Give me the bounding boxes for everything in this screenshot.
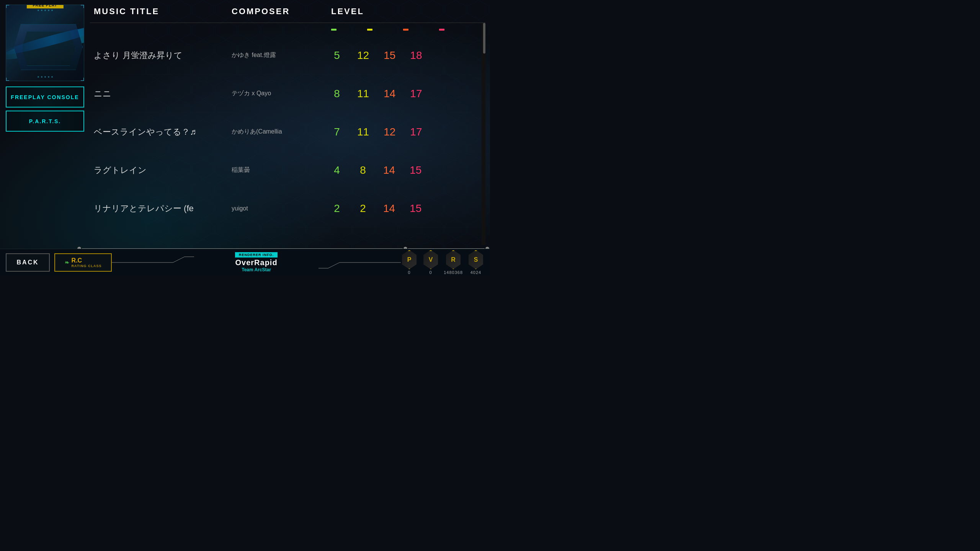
rating-leaf-icon: ❧ bbox=[65, 259, 69, 266]
level-expert: 18 bbox=[410, 49, 422, 62]
corner-bracket-tr bbox=[81, 5, 84, 8]
scrollbar-thumb[interactable] bbox=[483, 23, 485, 54]
free-play-badge: FREE PLAY bbox=[26, 5, 63, 8]
music-composer: かゆき feat.燈露 bbox=[232, 51, 331, 59]
badge-icon-s: S bbox=[467, 250, 484, 269]
level-easy: 4 bbox=[331, 164, 343, 176]
album-shape-2 bbox=[22, 31, 75, 66]
music-levels: 481415 bbox=[331, 164, 421, 176]
level-hard: 15 bbox=[384, 49, 395, 62]
level-easy: 2 bbox=[331, 202, 343, 215]
score-badges: P0V0R1480368S4024 bbox=[401, 250, 484, 275]
dot-row-bottom bbox=[38, 76, 53, 78]
dot-5 bbox=[51, 10, 53, 11]
left-line-decoration bbox=[112, 255, 196, 270]
album-art-container: FREE PLAY bbox=[6, 5, 84, 81]
music-composer: かめりあ(Camellia bbox=[232, 128, 331, 136]
level-color-normal bbox=[367, 29, 372, 31]
music-composer: テヅカ x Qayo bbox=[232, 90, 331, 98]
right-panel: MUSIC TITLE COMPOSER LEVEL よさり 月蛍澄み昇りてかゆ… bbox=[90, 0, 485, 253]
badge-icon-p: P bbox=[401, 250, 418, 269]
level-hard: 14 bbox=[383, 164, 395, 176]
freeplay-console-button[interactable]: FREEPLAY CONSOLE bbox=[6, 86, 84, 108]
music-levels: 221415 bbox=[331, 202, 421, 215]
music-title: ニニ bbox=[94, 88, 232, 99]
corner-bracket-br bbox=[81, 78, 84, 81]
dot-3 bbox=[44, 10, 46, 11]
level-easy: 7 bbox=[331, 126, 343, 138]
level-easy: 8 bbox=[331, 88, 343, 100]
music-title: ラグトレイン bbox=[94, 165, 232, 176]
music-row[interactable]: よさり 月蛍澄み昇りてかゆき feat.燈露5121518 bbox=[90, 36, 485, 75]
dot-b2 bbox=[41, 76, 42, 78]
level-normal: 2 bbox=[357, 202, 369, 215]
music-levels: 5121518 bbox=[331, 49, 422, 62]
level-color-hard bbox=[403, 29, 408, 31]
rating-text: R.C RATING CLASS bbox=[72, 257, 102, 268]
music-row[interactable]: ニニテヅカ x Qayo8111417 bbox=[90, 75, 485, 113]
center-box: RENDERER INFO. OverRapid Team ArcStar bbox=[224, 252, 289, 272]
dot-1 bbox=[38, 10, 39, 11]
rating-rc-label: R.C bbox=[72, 257, 82, 264]
column-header-level: LEVEL bbox=[331, 7, 482, 16]
badge-icon-r: R bbox=[445, 250, 462, 269]
music-row[interactable]: ベースラインやってる？♬かめりあ(Camellia7111217 bbox=[90, 113, 485, 151]
badge-score-s: 4024 bbox=[470, 270, 481, 275]
corner-bracket-bl bbox=[6, 78, 9, 81]
level-normal: 12 bbox=[357, 49, 369, 62]
music-list: よさり 月蛍澄み昇りてかゆき feat.燈露5121518ニニテヅカ x Qay… bbox=[90, 36, 485, 228]
corner-bracket-tl bbox=[6, 5, 9, 8]
score-badge-r: R1480368 bbox=[444, 250, 463, 275]
level-hard: 12 bbox=[384, 126, 395, 138]
music-title: よさり 月蛍澄み昇りて bbox=[94, 50, 232, 61]
music-composer: 稲葉曇 bbox=[232, 166, 331, 174]
music-composer: yuigot bbox=[232, 205, 331, 212]
level-color-expert bbox=[439, 29, 444, 31]
music-title: リナリアとテレパシー (fe bbox=[94, 203, 232, 214]
music-levels: 8111417 bbox=[331, 88, 422, 100]
score-badge-p: P0 bbox=[401, 250, 418, 275]
team-name: Team ArcStar bbox=[242, 267, 271, 272]
renderer-badge: RENDERER INFO. bbox=[235, 252, 278, 258]
level-expert: 15 bbox=[410, 202, 421, 215]
dot-row-top bbox=[38, 10, 53, 11]
dot-4 bbox=[48, 10, 49, 11]
level-normal: 11 bbox=[357, 88, 369, 100]
rating-class-button[interactable]: ❧ R.C RATING CLASS bbox=[54, 253, 112, 272]
level-expert: 17 bbox=[410, 126, 422, 138]
album-art bbox=[6, 5, 84, 81]
music-levels: 7111217 bbox=[331, 126, 422, 138]
score-badge-v: V0 bbox=[422, 250, 439, 275]
badge-icon-v: V bbox=[422, 250, 439, 269]
scrollbar[interactable] bbox=[482, 23, 485, 245]
level-easy: 5 bbox=[331, 49, 343, 62]
column-header-composer: COMPOSER bbox=[232, 7, 331, 16]
music-row[interactable]: ラグトレイン稲葉曇481415 bbox=[90, 151, 485, 189]
level-hard: 14 bbox=[383, 202, 395, 215]
badge-score-v: 0 bbox=[430, 270, 432, 275]
dot-b5 bbox=[51, 76, 53, 78]
dot-2 bbox=[41, 10, 42, 11]
music-title: ベースラインやってる？♬ bbox=[94, 126, 232, 138]
rating-class-label: RATING CLASS bbox=[72, 264, 102, 268]
bottom-bar: BACK ❧ R.C RATING CLASS RENDERER INFO. O… bbox=[0, 249, 490, 276]
left-panel: FREE PLAY FREEPLAY CONSOLE P bbox=[6, 5, 84, 132]
dot-b3 bbox=[44, 76, 46, 78]
level-expert: 15 bbox=[410, 164, 421, 176]
level-color-headers bbox=[90, 23, 485, 36]
level-expert: 17 bbox=[410, 88, 422, 100]
badge-score-r: 1480368 bbox=[444, 270, 463, 275]
table-header: MUSIC TITLE COMPOSER LEVEL bbox=[90, 0, 485, 23]
back-button[interactable]: BACK bbox=[6, 253, 50, 272]
level-color-easy bbox=[331, 29, 336, 31]
music-row[interactable]: リナリアとテレパシー (feyuigot221415 bbox=[90, 189, 485, 228]
parts-button[interactable]: P.A.R.T.S. bbox=[6, 111, 84, 132]
level-header-text: LEVEL bbox=[331, 7, 482, 16]
dot-b4 bbox=[48, 76, 49, 78]
level-normal: 11 bbox=[357, 126, 369, 138]
app-name: OverRapid bbox=[235, 258, 278, 267]
center-info: RENDERER INFO. OverRapid Team ArcStar bbox=[112, 252, 401, 272]
menu-buttons: FREEPLAY CONSOLE P.A.R.T.S. bbox=[6, 86, 84, 132]
right-line-decoration bbox=[317, 255, 401, 270]
level-normal: 8 bbox=[357, 164, 369, 176]
